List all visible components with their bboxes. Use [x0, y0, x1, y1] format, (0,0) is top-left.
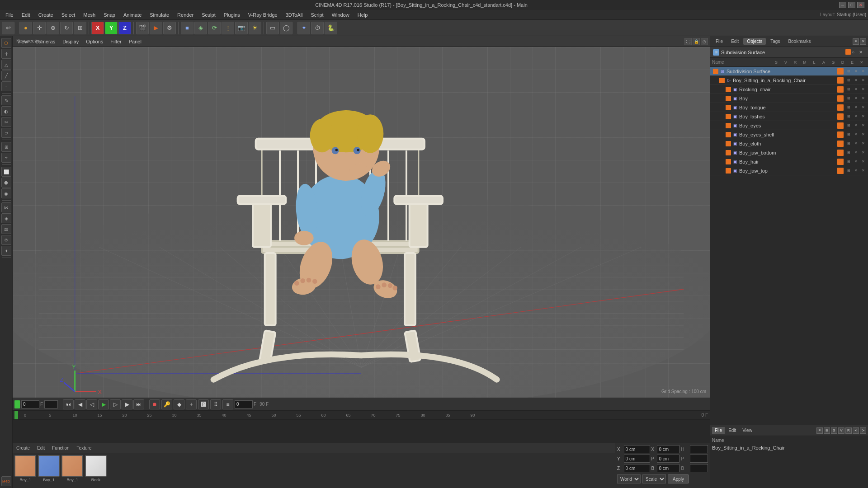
- tree-mat-11[interactable]: [837, 168, 844, 174]
- rtab-edit[interactable]: Edit: [727, 38, 742, 45]
- rb-tab-edit[interactable]: Edit: [726, 427, 739, 434]
- menu-snap[interactable]: Snap: [100, 11, 119, 19]
- lt-particles[interactable]: ✦: [1, 246, 11, 256]
- rb-ctrl-5[interactable]: R: [845, 427, 852, 434]
- model-tool[interactable]: ●: [19, 22, 32, 34]
- menu-script[interactable]: Script: [307, 11, 327, 19]
- tree-ctrl-11-1[interactable]: ✕: [853, 168, 859, 174]
- generator-btn[interactable]: ⟳: [208, 22, 221, 34]
- tree-ctrl-3-1[interactable]: ✕: [853, 95, 859, 102]
- mat-edit[interactable]: Edit: [35, 445, 47, 451]
- coord-z-input[interactable]: [624, 464, 650, 472]
- tree-ctrl-0-2[interactable]: ✕: [860, 68, 866, 75]
- tree-ctrl-9-0[interactable]: ⊞: [845, 150, 852, 156]
- material-item-0[interactable]: Boy_1: [14, 455, 36, 482]
- tree-ctrl-3-0[interactable]: ⊞: [845, 95, 852, 102]
- tree-item-5[interactable]: ▣Boy_lashes⊞✕✕: [710, 112, 868, 121]
- tree-ctrl-4-0[interactable]: ⊞: [845, 104, 852, 111]
- floor-btn[interactable]: ▭: [266, 22, 279, 34]
- viewport[interactable]: View Cameras Display Options Filter Pane…: [13, 36, 710, 398]
- loop-button[interactable]: 🅿: [198, 399, 209, 409]
- mat-swatch-2[interactable]: [61, 455, 83, 477]
- lt-rig[interactable]: ⋈: [1, 202, 11, 212]
- menu-vray[interactable]: V-Ray Bridge: [245, 11, 281, 19]
- mat-create[interactable]: Create: [14, 445, 32, 451]
- tree-ctrl-6-2[interactable]: ✕: [860, 122, 866, 129]
- menu-animate[interactable]: Animate: [120, 11, 145, 19]
- transform-tool[interactable]: ⊞: [74, 22, 86, 34]
- menu-edit[interactable]: Edit: [18, 11, 34, 19]
- menu-help[interactable]: Help: [354, 11, 372, 19]
- tree-item-3[interactable]: ▣Boy⊞✕✕: [710, 94, 868, 103]
- lt-select[interactable]: ⬡: [1, 38, 11, 48]
- play-button[interactable]: ▶: [98, 399, 109, 409]
- x-axis-btn[interactable]: X: [91, 22, 104, 34]
- lt-knife[interactable]: ✂: [1, 117, 11, 127]
- rb-ctrl-1[interactable]: ≡: [816, 427, 823, 434]
- tree-mat-2[interactable]: [837, 86, 844, 93]
- tree-mat-4[interactable]: [837, 104, 844, 111]
- move-tool[interactable]: ✛: [33, 22, 46, 34]
- tree-item-4[interactable]: ▣Boy_tongue⊞✕✕: [710, 103, 868, 112]
- tree-ctrl-3-2[interactable]: ✕: [860, 95, 866, 102]
- menu-select[interactable]: Select: [58, 11, 79, 19]
- render-view-btn[interactable]: 🎬: [136, 22, 149, 34]
- timeline-track-area[interactable]: [13, 420, 710, 443]
- lt-point[interactable]: ·: [1, 81, 11, 91]
- timeline-options-button[interactable]: ⠿: [210, 399, 221, 409]
- tree-ctrl-8-1[interactable]: ✕: [853, 141, 859, 147]
- tree-ctrl-2-0[interactable]: ⊞: [845, 86, 852, 93]
- coord-h-input[interactable]: [690, 445, 708, 453]
- rotate-tool[interactable]: ↻: [60, 22, 73, 34]
- go-end-button[interactable]: ⏭: [133, 399, 144, 409]
- tree-item-0[interactable]: ⊞Subdivision Surface⊞✕✕: [710, 67, 868, 76]
- coord-b2-input[interactable]: [690, 464, 708, 472]
- tree-ctrl-7-0[interactable]: ⊞: [845, 131, 852, 138]
- tree-mat-8[interactable]: [837, 141, 844, 147]
- coord-p-input[interactable]: [657, 455, 679, 463]
- menu-3dtoall[interactable]: 3DToAll: [282, 11, 307, 19]
- python-btn[interactable]: 🐍: [325, 22, 337, 34]
- tree-ctrl-10-2[interactable]: ✕: [860, 159, 866, 165]
- tree-ctrl-0-0[interactable]: ⊞: [845, 68, 852, 75]
- tree-item-9[interactable]: ▣Boy_jaw_bottom⊞✕✕: [710, 148, 868, 157]
- key-button[interactable]: ◆: [174, 399, 184, 409]
- lt-sculpt[interactable]: ◐: [1, 106, 11, 116]
- menu-render[interactable]: Render: [174, 11, 197, 19]
- mat-texture[interactable]: Texture: [75, 445, 94, 451]
- mat-function[interactable]: Function: [50, 445, 71, 451]
- mat-swatch-1[interactable]: [38, 455, 60, 477]
- rtab-file[interactable]: File: [712, 38, 726, 45]
- lt-dynamics[interactable]: ⟳: [1, 235, 11, 245]
- camera-btn[interactable]: 📷: [235, 22, 248, 34]
- rtab-bookmarks[interactable]: Bookmarks: [784, 38, 814, 45]
- xpresso-btn[interactable]: ✦: [297, 22, 310, 34]
- go-start-button[interactable]: ⏮: [63, 399, 74, 409]
- material-item-3[interactable]: Rock: [85, 455, 107, 482]
- apply-button[interactable]: Apply: [668, 474, 689, 483]
- tree-item-2[interactable]: ▣Rocking_chair⊞✕✕: [710, 85, 868, 94]
- render-settings-btn[interactable]: ⚙: [163, 22, 176, 34]
- coord-scale-select[interactable]: Scale: [642, 474, 666, 483]
- next-frame-button[interactable]: ▶: [122, 399, 132, 409]
- tree-item-6[interactable]: ▣Boy_eyes⊞✕✕: [710, 121, 868, 130]
- objects-tree[interactable]: ⊞Subdivision Surface⊞✕✕▷Boy_Sitting_in_a…: [710, 67, 868, 425]
- tree-ctrl-8-0[interactable]: ⊞: [845, 141, 852, 147]
- play-reverse-button[interactable]: ◁: [86, 399, 97, 409]
- tree-ctrl-10-1[interactable]: ✕: [853, 159, 859, 165]
- prev-frame-button[interactable]: ◀: [75, 399, 85, 409]
- tree-ctrl-7-1[interactable]: ✕: [853, 131, 859, 138]
- tree-item-1[interactable]: ▷Boy_Sitting_in_a_Rocking_Chair⊞✕✕: [710, 76, 868, 85]
- play-forward-button[interactable]: ▷: [110, 399, 121, 409]
- coord-x2-input[interactable]: [657, 445, 679, 453]
- rb-tab-view[interactable]: View: [740, 427, 755, 434]
- lt-material[interactable]: ◉: [1, 188, 11, 198]
- restore-button[interactable]: □: [848, 2, 855, 8]
- coord-y-input[interactable]: [624, 455, 650, 463]
- subdiv-vis[interactable]: ○: [852, 49, 858, 56]
- tree-ctrl-9-1[interactable]: ✕: [853, 150, 859, 156]
- tree-ctrl-8-2[interactable]: ✕: [860, 141, 866, 147]
- mat-swatch-0[interactable]: [14, 455, 36, 477]
- rb-ctrl-6[interactable]: ≺: [853, 427, 859, 434]
- tree-mat-5[interactable]: [837, 113, 844, 120]
